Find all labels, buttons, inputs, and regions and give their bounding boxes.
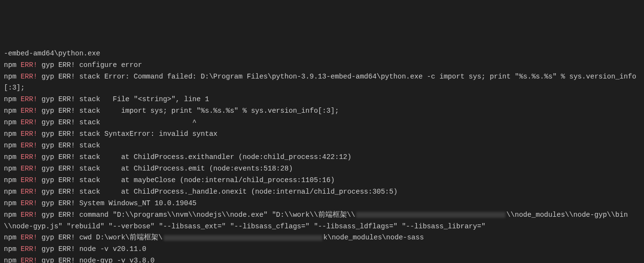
npm-prefix: npm [4,165,21,172]
line-text: gyp ERR! stack SyntaxError: invalid synt… [38,130,218,138]
redacted-path [356,212,505,218]
terminal-line: npm ERR! gyp ERR! stack ^ [4,117,640,129]
line-text: gyp ERR! stack at maybeClose (node:inter… [38,176,335,184]
err-label: ERR! [21,176,38,184]
npm-prefix: npm [4,130,21,138]
npm-prefix: npm [4,61,21,69]
err-label: ERR! [21,199,38,207]
terminal-line: npm ERR! gyp ERR! configure error [4,60,640,71]
err-label: ERR! [21,245,38,253]
npm-prefix: npm [4,95,21,103]
npm-prefix: npm [4,176,21,184]
terminal-line: npm ERR! gyp ERR! System Windows_NT 10.0… [4,198,640,210]
err-label: ERR! [21,188,38,196]
err-label: ERR! [21,130,38,138]
npm-prefix: npm [4,211,21,219]
line-text: gyp ERR! cwd D:\work\前端框架\ [38,234,163,241]
npm-prefix: npm [4,153,21,161]
err-label: ERR! [21,257,38,263]
line-text: gyp ERR! stack Error: Command failed: D:… [4,73,636,92]
line-text: gyp ERR! System Windows_NT 10.0.19045 [38,199,197,207]
err-label: ERR! [21,61,38,69]
terminal-line: npm ERR! gyp ERR! stack at ChildProcess.… [4,152,640,163]
npm-prefix: npm [4,142,21,149]
npm-prefix: npm [4,73,21,80]
terminal-line: npm ERR! gyp ERR! cwd D:\work\前端框架\k\nod… [4,232,640,244]
err-label: ERR! [21,118,38,126]
terminal-line: npm ERR! gyp ERR! stack SyntaxError: inv… [4,129,640,140]
line-text: gyp ERR! stack File "<string>", line 1 [38,95,209,103]
npm-prefix: npm [4,245,21,253]
line-text: gyp ERR! node -v v20.11.0 [38,245,146,253]
err-label: ERR! [21,153,38,161]
line-text: gyp ERR! configure error [38,61,142,69]
line-text: gyp ERR! stack at ChildProcess.emit (nod… [38,165,293,172]
npm-prefix: npm [4,107,21,115]
npm-prefix: npm [4,199,21,207]
npm-prefix: npm [4,257,21,263]
line-text: gyp ERR! stack at ChildProcess._handle.o… [38,188,398,196]
line-text: gyp ERR! stack at ChildProcess.exithandl… [38,153,352,161]
line-text: gyp ERR! node-gyp -v v3.8.0 [38,257,155,263]
terminal-line: npm ERR! gyp ERR! stack at ChildProcess.… [4,186,640,198]
terminal-line: npm ERR! gyp ERR! command "D:\\programs\… [4,210,640,233]
redacted-path [164,235,322,241]
line-text: gyp ERR! command "D:\\programs\\nvm\\nod… [38,211,355,219]
npm-prefix: npm [4,234,21,241]
err-label: ERR! [21,107,38,115]
terminal-line: npm ERR! gyp ERR! node -v v20.11.0 [4,244,640,255]
line-text: k\node_modules\node-sass [323,234,424,241]
terminal-line: -embed-amd64\python.exe [4,48,640,60]
terminal-line: npm ERR! gyp ERR! stack Error: Command f… [4,71,640,94]
err-label: ERR! [21,73,38,80]
terminal-line: npm ERR! gyp ERR! node-gyp -v v3.8.0 [4,255,640,263]
err-label: ERR! [21,95,38,103]
terminal-line: npm ERR! gyp ERR! stack at maybeClose (n… [4,175,640,186]
terminal-line: npm ERR! gyp ERR! stack File "<string>",… [4,94,640,105]
err-label: ERR! [21,234,38,241]
line-text: gyp ERR! stack ^ [38,118,197,126]
line-text: gyp ERR! stack [38,142,101,149]
terminal-line: npm ERR! gyp ERR! stack [4,140,640,152]
err-label: ERR! [21,211,38,219]
npm-prefix: npm [4,118,21,126]
terminal-output: -embed-amd64\python.exenpm ERR! gyp ERR!… [4,48,640,263]
err-label: ERR! [21,165,38,172]
npm-prefix: npm [4,188,21,196]
terminal-line: npm ERR! gyp ERR! stack import sys; prin… [4,105,640,117]
err-label: ERR! [21,142,38,149]
line-text: -embed-amd64\python.exe [4,50,100,57]
terminal-line: npm ERR! gyp ERR! stack at ChildProcess.… [4,163,640,175]
line-text: gyp ERR! stack import sys; print "%s.%s.… [38,107,339,115]
